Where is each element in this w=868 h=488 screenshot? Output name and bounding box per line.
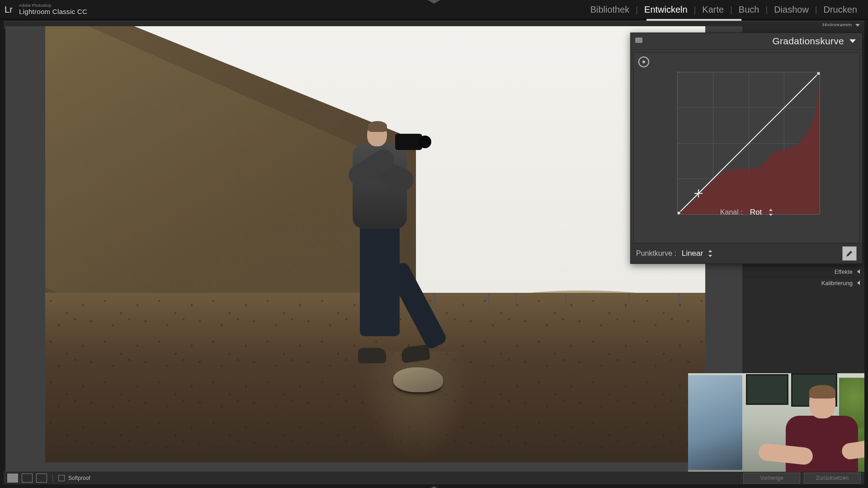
- chevron-down-icon: [849, 39, 856, 43]
- curve-editor[interactable]: [677, 72, 820, 215]
- channel-label: Kanal :: [720, 208, 743, 216]
- module-buch[interactable]: Buch: [732, 5, 766, 15]
- panel-kalibrierung-label: Kalibrierung: [821, 280, 853, 286]
- edit-point-curve-button[interactable]: [842, 246, 857, 261]
- point-curve-row: Punktkurve : Linear: [631, 243, 862, 263]
- module-bibliothek[interactable]: Bibliothek: [584, 5, 636, 15]
- stepper-icon[interactable]: [708, 250, 712, 257]
- softproof-label: Softproof: [68, 475, 90, 481]
- svg-rect-3: [817, 72, 820, 75]
- softproof-checkbox[interactable]: [58, 475, 65, 481]
- module-karte[interactable]: Karte: [696, 5, 730, 15]
- webcam-overlay: [688, 373, 864, 472]
- module-drucken[interactable]: Drucken: [817, 5, 863, 15]
- before-after-lr-icon[interactable]: [22, 474, 33, 483]
- panel-kalibrierung[interactable]: Kalibrierung: [742, 277, 864, 288]
- reset-button[interactable]: Zurücksetzen: [804, 473, 861, 483]
- loupe-view-icon[interactable]: [7, 474, 18, 483]
- bottom-expand-handle[interactable]: [428, 484, 440, 488]
- channel-select[interactable]: Rot: [750, 208, 762, 217]
- app-title: Adobe Photoshop Lightroom Classic CC: [19, 4, 87, 15]
- panel-effekte-label: Effekte: [835, 268, 853, 275]
- module-picker: Bibliothek| Entwickeln| Karte| Buch| Dia…: [584, 5, 868, 15]
- curve-line[interactable]: [678, 72, 820, 214]
- app-logo: Lr: [0, 0, 17, 19]
- stepper-icon[interactable]: [769, 209, 773, 216]
- tone-curve-header[interactable]: Gradationskurve: [631, 33, 862, 50]
- chevron-left-icon: [857, 269, 860, 274]
- module-entwickeln[interactable]: Entwickeln: [638, 5, 694, 15]
- channel-row: Kanal : Rot: [634, 203, 859, 222]
- tone-curve-title: Gradationskurve: [772, 36, 844, 47]
- svg-line-1: [678, 72, 820, 214]
- svg-marker-6: [428, 486, 440, 488]
- tone-curve-panel: Gradationskurve Kanal : Rot: [630, 33, 863, 264]
- chevron-left-icon: [857, 281, 860, 285]
- tone-curve-body: Kanal : Rot: [633, 52, 859, 243]
- bottom-toolbar: Softproof Vorherige Zurücksetzen: [4, 471, 864, 484]
- top-expand-handle[interactable]: [428, 0, 440, 5]
- before-after-tb-icon[interactable]: [36, 474, 47, 483]
- preview-image[interactable]: [45, 26, 705, 462]
- previous-button[interactable]: Vorherige: [743, 473, 800, 483]
- svg-marker-0: [428, 0, 440, 4]
- app-name: Lightroom Classic CC: [19, 8, 87, 16]
- panel-effekte[interactable]: Effekte: [742, 266, 864, 277]
- panel-toggle-switch[interactable]: [635, 38, 642, 43]
- point-curve-label: Punktkurve :: [636, 249, 676, 258]
- photo-subject: [348, 121, 411, 374]
- point-curve-select[interactable]: Linear: [682, 249, 703, 258]
- module-diashow[interactable]: Diashow: [768, 5, 815, 15]
- title-bar: Lr Adobe Photoshop Lightroom Classic CC …: [0, 0, 868, 19]
- target-adjustment-tool[interactable]: [638, 56, 649, 67]
